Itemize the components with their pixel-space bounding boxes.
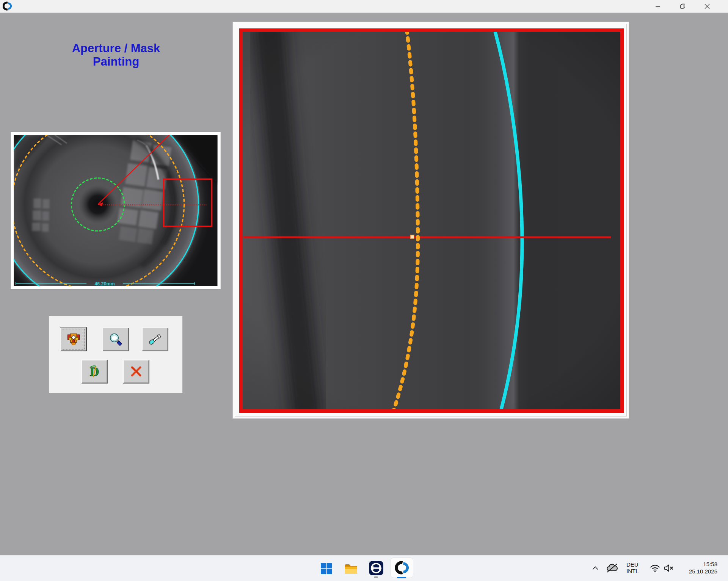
minimize-icon	[655, 4, 661, 9]
language-primary: DEU	[626, 561, 639, 568]
close-icon	[704, 4, 710, 9]
brand-action-button[interactable]: D	[81, 359, 108, 384]
machine-icon	[66, 332, 81, 346]
aperture-app-button[interactable]	[391, 558, 413, 578]
measurement-label: 46.20mm	[94, 281, 115, 286]
file-explorer-button[interactable]	[344, 561, 359, 576]
overview-panel: 46.20mm	[10, 132, 221, 290]
restore-icon	[680, 3, 686, 9]
teamviewer-icon	[369, 561, 384, 576]
language-indicator[interactable]: DEU INTL	[626, 561, 639, 574]
speaker-mute-icon	[664, 564, 674, 572]
network-button[interactable]	[649, 564, 661, 573]
language-secondary: INTL	[626, 568, 639, 574]
tray-status-button[interactable]	[605, 562, 619, 574]
teamviewer-running-indicator	[374, 576, 378, 578]
windows-logo-icon	[320, 563, 332, 575]
clock[interactable]: 15:58 25.10.2025	[689, 561, 717, 575]
curve-handle[interactable]	[410, 235, 414, 239]
clock-time: 15:58	[689, 561, 717, 568]
magnified-view-panel	[232, 22, 629, 419]
page-title-line2: Painting	[55, 55, 177, 68]
magnified-image[interactable]	[243, 32, 620, 409]
clock-date: 25.10.2025	[689, 568, 717, 575]
magnifier-icon	[108, 332, 123, 346]
gothic-d-icon: D	[87, 364, 102, 379]
zoom-tool-button[interactable]	[102, 327, 129, 351]
cancel-button[interactable]	[122, 359, 149, 384]
screwdriver-icon	[148, 332, 162, 346]
teamviewer-button[interactable]	[368, 560, 384, 576]
adjust-tool-button[interactable]	[141, 327, 168, 351]
grain	[243, 32, 620, 409]
title-bar	[0, 0, 728, 13]
magnified-red-frame	[239, 28, 624, 413]
tray-expand-button[interactable]	[592, 565, 599, 571]
volume-button[interactable]	[664, 564, 675, 572]
page-title-line1: Aperture / Mask	[55, 42, 177, 55]
start-button[interactable]	[318, 561, 334, 576]
folder-icon	[344, 562, 358, 575]
taskbar: DEU INTL 15:58 25.10.2025	[0, 555, 728, 581]
cloud-slash-icon	[606, 563, 618, 573]
close-button[interactable]	[695, 0, 719, 13]
minimize-button[interactable]	[646, 0, 670, 13]
ring-logo-icon	[395, 561, 409, 575]
overview-image[interactable]: 46.20mm	[14, 135, 218, 286]
restore-button[interactable]	[671, 0, 694, 13]
active-app-indicator	[397, 577, 406, 578]
paint-tool-button[interactable]	[60, 327, 87, 351]
page-title: Aperture / Mask Painting	[55, 42, 177, 68]
tool-panel: D	[49, 316, 183, 393]
wifi-icon	[650, 564, 660, 572]
red-x-icon	[129, 364, 143, 379]
app-logo-icon	[3, 2, 12, 11]
chevron-up-icon	[592, 566, 598, 570]
